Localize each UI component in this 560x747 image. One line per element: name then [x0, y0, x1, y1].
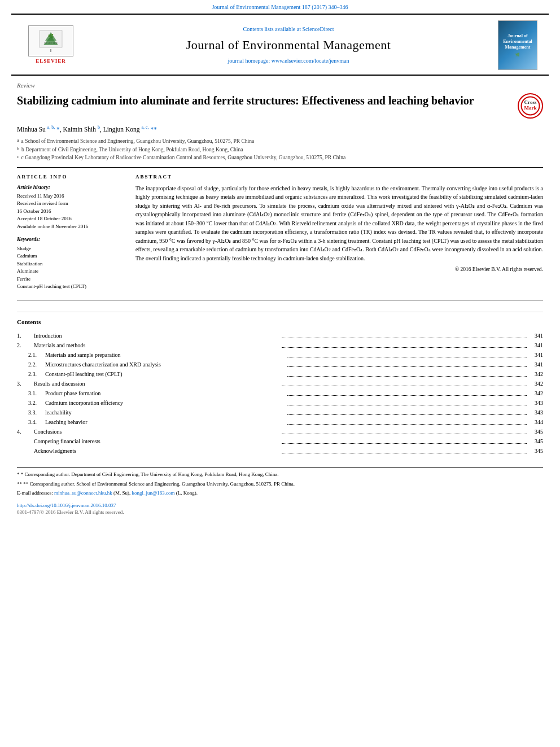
author-star2: ** [150, 126, 157, 133]
article-info-header: ARTICLE INFO [17, 173, 124, 181]
svg-text:Mark: Mark [524, 105, 537, 111]
footnotes-section: * * Corresponding author. Department of … [17, 467, 543, 497]
accepted-date: Accepted 18 October 2016 [17, 215, 124, 223]
toc-item-1: 1. Introduction 341 [17, 331, 543, 340]
journal-name: Journal of Environmental Management [79, 37, 498, 54]
email-line: E-mail addresses: minhua_su@connect.hku.… [17, 490, 543, 497]
elsevier-brand: ELSEVIER [36, 58, 66, 65]
keyword-aluminate: Aluminate [17, 268, 124, 276]
svg-text:Cross: Cross [524, 99, 537, 105]
history-label: Article history: [17, 184, 124, 191]
paper-title: Stabilizing cadmium into aluminate and f… [17, 93, 518, 108]
author-star1: * [56, 126, 60, 133]
article-body: ARTICLE INFO Article history: Received 1… [17, 173, 543, 291]
copyright-notice: © 2016 Elsevier B.V. All rights reserved… [135, 266, 543, 273]
affiliations-block: a a School of Environmental Science and … [17, 137, 543, 161]
toc-item-4: 4. Conclusions 345 [17, 427, 543, 436]
footnote-star1: * * Corresponding author. Department of … [17, 471, 543, 479]
journal-header: 🌿 ELSEVIER ELSEVIER Contents lists avail… [11, 14, 549, 76]
abstract-text: The inappropriate disposal of sludge, pa… [135, 184, 543, 263]
journal-title-block: Contents lists available at ScienceDirec… [79, 25, 498, 65]
keywords-block: Keywords: Sludge Cadmium Stabilization A… [17, 236, 124, 290]
affiliation-c: c c Guangdong Provincial Key Laboratory … [17, 154, 543, 161]
citation-text: Journal of Environmental Management 187 … [212, 4, 348, 10]
email-link-2[interactable]: kongl_jun@163.com [132, 490, 175, 496]
toc-item-3: 3. Results and discussion 342 [17, 379, 543, 388]
received-revised-label: Received in revised form [17, 200, 124, 208]
toc-item-3-2: 3.2. Cadmium incorporation efficiency 34… [17, 398, 543, 408]
keyword-sludge: Sludge [17, 245, 124, 253]
affiliation-b: b b Department of Civil Engineering, The… [17, 146, 543, 154]
article-info-column: ARTICLE INFO Article history: Received 1… [17, 173, 124, 291]
article-history: Article history: Received 11 May 2016 Re… [17, 184, 124, 231]
received-revised-date: 16 October 2016 [17, 208, 124, 216]
abstract-column: ABSTRACT The inappropriate disposal of s… [135, 173, 543, 291]
available-date: Available online 8 November 2016 [17, 223, 124, 231]
keywords-label: Keywords: [17, 236, 124, 243]
divider-1 [17, 167, 543, 168]
elsevier-logo: 🌿 ELSEVIER ELSEVIER [23, 25, 79, 65]
article-type: Review [17, 81, 543, 90]
elsevier-logo-image: 🌿 ELSEVIER [28, 25, 73, 56]
received-date: Received 11 May 2016 [17, 193, 124, 200]
toc-item-2-1: 2.1. Materials and sample preparation 34… [17, 350, 543, 360]
keyword-stabilization: Stabilization [17, 260, 124, 268]
doi-url[interactable]: http://dx.doi.org/10.1016/j.jenvman.2016… [17, 503, 116, 508]
homepage-url[interactable]: www.elsevier.com/locate/jenvman [272, 58, 349, 64]
toc-item-3-1: 3.1. Product phase formation 342 [17, 388, 543, 398]
keyword-cplt: Constant-pH leaching test (CPLT) [17, 283, 124, 291]
divider-2 [17, 300, 543, 300]
science-direct-link[interactable]: Contents lists available at ScienceDirec… [79, 25, 498, 33]
authors-line: Minhua Su a, b, *, Kaimin Shih b, Lingju… [17, 124, 543, 134]
keyword-ferrite: Ferrite [17, 276, 124, 283]
journal-cover: Journal of Environmental Management 🌿 [498, 20, 537, 70]
author-sup-b: b [98, 125, 100, 130]
crossmark-icon[interactable]: Cross Mark [518, 93, 543, 119]
doi-link-line: http://dx.doi.org/10.1016/j.jenvman.2016… [17, 502, 543, 509]
toc-item-2-2: 2.2. Microstructures characterization an… [17, 360, 543, 369]
affiliation-a: a a School of Environmental Science and … [17, 137, 543, 145]
toc-item-3-4: 3.4. Leaching behavior 344 [17, 417, 543, 427]
issn-line: 0301-4797/© 2016 Elsevier B.V. All right… [17, 509, 543, 516]
paper-title-block: Stabilizing cadmium into aluminate and f… [17, 93, 543, 119]
contents-section: Contents 1. Introduction 341 2. Material… [17, 312, 543, 456]
keyword-cadmium: Cadmium [17, 252, 124, 260]
author-sup-c: a, c, [141, 125, 148, 130]
contents-title: Contents [17, 318, 543, 326]
content-area: Review Stabilizing cadmium into aluminat… [0, 76, 560, 522]
toc-item-2-3: 2.3. Constant-pH leaching test (CPLT) 34… [17, 369, 543, 379]
journal-homepage: journal homepage: www.elsevier.com/locat… [79, 57, 498, 65]
journal-citation: Journal of Environmental Management 187 … [0, 0, 560, 14]
author-sup-a: a, b, [47, 125, 55, 130]
toc-item-competing: Competing financial interests 345 [17, 436, 543, 446]
abstract-header: ABSTRACT [135, 173, 543, 181]
email-link-1[interactable]: minhua_su@connect.hku.hk [54, 490, 112, 496]
toc-item-2: 2. Materials and methods 341 [17, 340, 543, 350]
toc-item-acknowledgments: Acknowledgments 345 [17, 446, 543, 456]
footnote-star2: ** ** Corresponding author. School of En… [17, 480, 543, 488]
doi-section: http://dx.doi.org/10.1016/j.jenvman.2016… [17, 502, 543, 516]
toc-item-3-3: 3.3. leachability 343 [17, 408, 543, 417]
